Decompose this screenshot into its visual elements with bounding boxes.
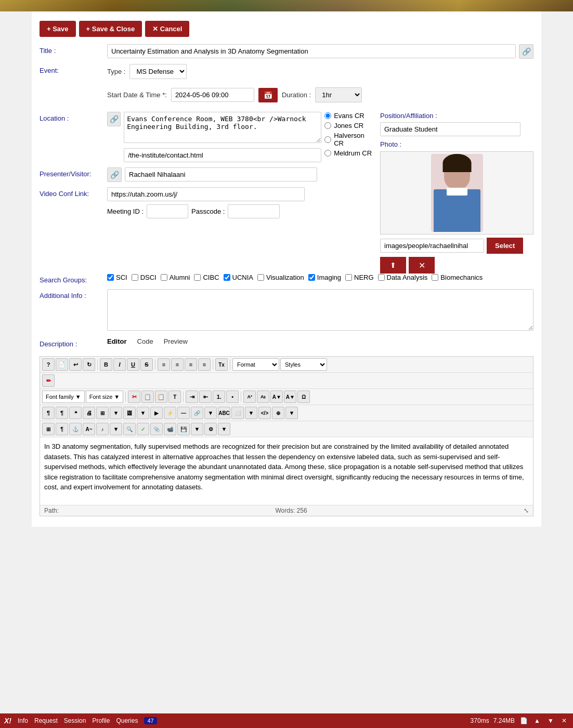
- bold-button[interactable]: B: [100, 358, 112, 371]
- checkbox-imaging-input[interactable]: [308, 274, 315, 281]
- ordered-list-button[interactable]: 1.: [213, 391, 225, 403]
- checkbox-data-analysis[interactable]: Data Analysis: [378, 274, 428, 281]
- para-button[interactable]: ¶: [56, 423, 68, 435]
- title-input[interactable]: [107, 44, 516, 58]
- font-color-button[interactable]: A▼: [270, 391, 283, 403]
- duration-select[interactable]: 1hr: [315, 87, 362, 102]
- checkbox-cibc-input[interactable]: [194, 274, 201, 281]
- pilcrow-button[interactable]: ¶: [42, 407, 55, 419]
- radio-halverson-cr-input[interactable]: [324, 136, 331, 143]
- tab-preview[interactable]: Preview: [164, 337, 188, 345]
- italic-button[interactable]: I: [113, 358, 126, 371]
- checkbox-biomechanics-input[interactable]: [432, 274, 438, 281]
- status-icon-paper[interactable]: 📄: [519, 716, 528, 725]
- undo-button[interactable]: ↩: [69, 358, 82, 371]
- checkbox-dsci-input[interactable]: [132, 274, 138, 281]
- format-select[interactable]: Format: [232, 358, 279, 371]
- link-options-button[interactable]: ▼: [204, 407, 217, 419]
- select-button[interactable]: Select: [487, 238, 523, 254]
- checkbox-alumni-input[interactable]: [161, 274, 167, 281]
- help-button[interactable]: ?: [42, 358, 55, 371]
- resize-handle-icon[interactable]: ⤡: [524, 507, 529, 514]
- photo-url-input[interactable]: [380, 239, 484, 253]
- strikethrough-button[interactable]: S: [140, 358, 153, 371]
- align-right-button[interactable]: ≡: [185, 358, 197, 371]
- status-icon-down[interactable]: ▼: [546, 716, 555, 725]
- checkbox-ucnia-input[interactable]: [224, 274, 230, 281]
- status-queries[interactable]: Queries: [116, 717, 138, 724]
- paste-text-button[interactable]: T: [168, 391, 181, 403]
- radio-jones-cr[interactable]: Jones CR: [324, 122, 372, 129]
- font-family-button[interactable]: Font family ▼: [42, 391, 85, 403]
- hr-button[interactable]: —: [177, 407, 190, 419]
- wpm-button[interactable]: ✓: [137, 423, 149, 435]
- checkbox-cibc[interactable]: CIBC: [194, 274, 219, 281]
- forms-options-button[interactable]: ▼: [245, 407, 257, 419]
- spell-check-button[interactable]: ABC: [218, 407, 230, 419]
- pencil-button[interactable]: ✏: [42, 374, 55, 387]
- presenter-link-icon[interactable]: 🔗: [107, 167, 122, 182]
- checkbox-nerg-input[interactable]: [345, 274, 352, 281]
- checkbox-ucnia[interactable]: UCNIA: [224, 274, 253, 281]
- cut-button[interactable]: ✂: [128, 391, 140, 403]
- cancel-button[interactable]: ✕ Cancel: [145, 21, 189, 37]
- location-textarea[interactable]: Evans Conference Room, WEB 3780<br />War…: [124, 112, 321, 143]
- radio-evans-cr-input[interactable]: [324, 112, 331, 119]
- forms-button[interactable]: ⬜: [231, 407, 244, 419]
- video-conf-input[interactable]: [107, 187, 305, 201]
- checkbox-sci[interactable]: SCI: [107, 274, 127, 281]
- passcode-input[interactable]: [228, 204, 280, 218]
- image-options-button[interactable]: ▼: [137, 407, 149, 419]
- pilcrow2-button[interactable]: ¶: [56, 407, 68, 419]
- align-center-button[interactable]: ≡: [171, 358, 184, 371]
- media-button[interactable]: ▶: [150, 407, 163, 419]
- source-button[interactable]: ⊕: [272, 407, 284, 419]
- font-size-button[interactable]: Font size ▼: [86, 391, 124, 403]
- radio-halverson-cr[interactable]: Halverson CR: [324, 132, 372, 147]
- save-btn2[interactable]: 💾: [177, 423, 190, 435]
- clip-button[interactable]: 📎: [150, 423, 163, 435]
- checkbox-visualization-input[interactable]: [257, 274, 264, 281]
- print-button[interactable]: 🖨: [83, 407, 95, 419]
- checkbox-sci-input[interactable]: [107, 274, 114, 281]
- location-url-input[interactable]: [124, 148, 321, 162]
- radio-jones-cr-input[interactable]: [324, 122, 331, 129]
- settings-options-button[interactable]: ▼: [218, 423, 230, 435]
- additional-info-textarea[interactable]: [107, 289, 533, 331]
- status-session[interactable]: Session: [64, 717, 86, 724]
- radio-evans-cr[interactable]: Evans CR: [324, 112, 372, 120]
- underline-button[interactable]: U: [127, 358, 139, 371]
- table-options-button[interactable]: ▼: [110, 407, 122, 419]
- image-button[interactable]: 🖼: [123, 407, 136, 419]
- outdent-button[interactable]: ⇤: [199, 391, 212, 403]
- location-link-icon[interactable]: 🔗: [107, 112, 121, 126]
- remove-format-button[interactable]: Tx: [215, 358, 228, 371]
- delete-photo-button[interactable]: ✕: [409, 257, 435, 274]
- checkbox-nerg[interactable]: NERG: [345, 274, 374, 281]
- start-date-input[interactable]: [171, 88, 254, 102]
- settings-button[interactable]: ⚙: [204, 423, 217, 435]
- meeting-id-input[interactable]: [147, 204, 188, 218]
- calendar-button[interactable]: 📅: [258, 88, 278, 102]
- search-button[interactable]: 🔍: [123, 423, 136, 435]
- position-input[interactable]: [380, 122, 520, 136]
- justify-button[interactable]: ≡: [198, 358, 211, 371]
- paste-button[interactable]: 📋: [155, 391, 167, 403]
- event-type-select[interactable]: MS Defense: [129, 64, 187, 79]
- save-options-button[interactable]: ▼: [191, 423, 203, 435]
- phrase-button[interactable]: A~: [83, 423, 95, 435]
- status-request[interactable]: Request: [34, 717, 58, 724]
- status-icon-close[interactable]: ✕: [559, 716, 569, 725]
- align-left-button[interactable]: ≡: [158, 358, 170, 371]
- unordered-list-button[interactable]: •: [226, 391, 239, 403]
- anchor-button[interactable]: ⚓: [69, 423, 82, 435]
- presenter-input[interactable]: [125, 167, 317, 181]
- radio-meldrum-cr-input[interactable]: [324, 150, 331, 157]
- audio-options-button[interactable]: ▼: [110, 423, 122, 435]
- status-info[interactable]: Info: [18, 717, 28, 724]
- redo-button[interactable]: ↻: [83, 358, 95, 371]
- styles-select[interactable]: Styles: [280, 358, 327, 371]
- flash-button[interactable]: ⚡: [164, 407, 176, 419]
- superscript-button[interactable]: A²: [243, 391, 256, 403]
- checkbox-alumni[interactable]: Alumni: [161, 274, 190, 281]
